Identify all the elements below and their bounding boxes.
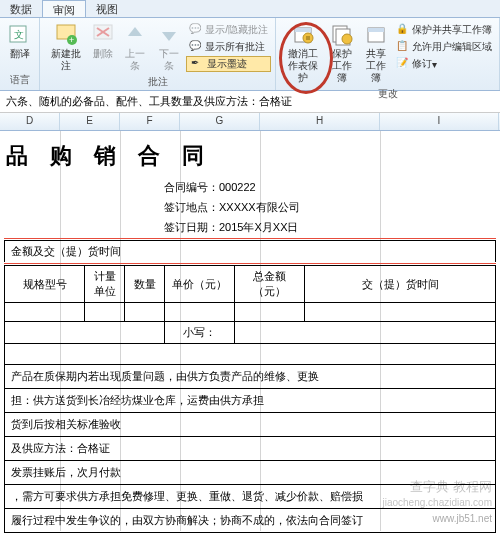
th-total: 总金额（元） — [235, 266, 305, 303]
comment-new-icon: + — [54, 22, 78, 46]
meta-place-value: XXXXX有限公司 — [219, 201, 300, 213]
prev-label: 上一条 — [121, 48, 149, 72]
col-e[interactable]: E — [60, 113, 120, 130]
red-separator-2 — [4, 263, 496, 264]
group-changes: 更改 — [280, 86, 495, 102]
th-price: 单价（元） — [165, 266, 235, 303]
col-h[interactable]: H — [260, 113, 380, 130]
translate-label: 翻译 — [10, 48, 30, 60]
group-language: 语言 — [4, 72, 35, 88]
tab-review[interactable]: 审阅 — [42, 0, 86, 17]
th-qty: 数量 — [125, 266, 165, 303]
col-g[interactable]: G — [180, 113, 260, 130]
comment-icon: 💬 — [189, 23, 203, 37]
th-unit: 计量单位 — [85, 266, 125, 303]
delete-label: 删除 — [93, 48, 113, 60]
clause-empty — [4, 344, 496, 365]
col-d[interactable]: D — [0, 113, 60, 130]
show-hide-comment-button[interactable]: 💬显示/隐藏批注 — [186, 22, 271, 38]
new-comment-button[interactable]: + 新建批注 — [44, 20, 88, 74]
th-spec: 规格型号 — [5, 266, 85, 303]
allow-edit-label: 允许用户编辑区域 — [412, 40, 492, 54]
show-all-label: 显示所有批注 — [205, 40, 265, 54]
col-f[interactable]: F — [120, 113, 180, 130]
clause-c: 货到后按相关标准验收 — [4, 413, 496, 437]
worksheet[interactable]: 品 购 销 合 同 合同编号：000222 签订地点：XXXXX有限公司 签订日… — [0, 131, 500, 531]
meta-place-label: 签订地点： — [164, 201, 219, 213]
tab-data[interactable]: 数据 — [0, 0, 42, 17]
small-label: 小写： — [165, 322, 235, 344]
svg-point-14 — [342, 34, 352, 44]
protect-workbook-icon — [330, 22, 354, 46]
clause-g: 履行过程中发生争议的，由双方协商解决；协商不成的，依法向合同签订 — [4, 509, 496, 533]
doc-title: 品 购 销 合 同 — [4, 135, 496, 177]
red-separator — [4, 238, 496, 239]
arrow-down-icon — [157, 22, 181, 46]
show-ink-button[interactable]: ✒显示墨迹 — [186, 56, 271, 72]
svg-text:+: + — [69, 35, 74, 45]
show-ink-label: 显示墨迹 — [207, 57, 247, 71]
share-wb-label: 共享工作簿 — [362, 48, 390, 84]
delete-comment-button[interactable]: 删除 — [88, 20, 118, 74]
prev-comment-button[interactable]: 上一条 — [118, 20, 152, 74]
translate-icon: 文 — [8, 22, 32, 46]
protect-wb-label: 保护工作簿 — [328, 48, 356, 84]
track-changes-button[interactable]: 📝修订▾ — [393, 56, 495, 72]
clause-a: 产品在质保期内若出现质量问题，由供方负责产品的维修、更换 — [4, 365, 496, 389]
meta-date-value: 2015年X月XX日 — [219, 221, 298, 233]
svg-rect-11 — [306, 36, 310, 40]
lock-share-icon: 🔒 — [396, 23, 410, 37]
section-1: 金额及交（提）货时间 — [4, 240, 496, 262]
next-label: 下一条 — [155, 48, 183, 72]
comments-icon: 💬 — [189, 40, 203, 54]
clause-f: ，需方可要求供方承担免费修理、更换、重做、退货、减少价款、赔偿损 — [4, 485, 496, 509]
ribbon: 文 翻译 语言 + 新建批注 删除 上一条 下一条 💬显示/隐藏批注 — [0, 18, 500, 91]
meta-contract-value: 000222 — [219, 181, 256, 193]
svg-rect-16 — [368, 28, 384, 32]
unprotect-sheet-icon — [291, 22, 315, 46]
ink-icon: ✒ — [191, 57, 205, 71]
show-all-comments-button[interactable]: 💬显示所有批注 — [186, 39, 271, 55]
allow-edit-icon: 📋 — [396, 40, 410, 54]
tab-view[interactable]: 视图 — [86, 0, 128, 17]
unprotect-label: 撤消工作表保护 — [283, 48, 322, 84]
spec-table: 规格型号 计量单位 数量 单价（元） 总金额（元） 交（提）货时间 小写： — [4, 265, 496, 344]
svg-text:文: 文 — [14, 29, 24, 40]
translate-button[interactable]: 文 翻译 — [4, 20, 35, 62]
show-hide-label: 显示/隐藏批注 — [205, 23, 268, 37]
allow-edit-button[interactable]: 📋允许用户编辑区域 — [393, 39, 495, 55]
column-headers: D E F G H I — [0, 113, 500, 131]
svg-rect-9 — [295, 28, 311, 32]
col-i[interactable]: I — [380, 113, 499, 130]
share-workbook-icon — [364, 22, 388, 46]
arrow-up-icon — [123, 22, 147, 46]
meta-date-label: 签订日期： — [164, 221, 219, 233]
protect-share-button[interactable]: 🔒保护并共享工作簿 — [393, 22, 495, 38]
next-comment-button[interactable]: 下一条 — [152, 20, 186, 74]
unprotect-sheet-button[interactable]: 撤消工作表保护 — [280, 20, 325, 86]
th-delivery: 交（提）货时间 — [305, 266, 496, 303]
protect-share-label: 保护并共享工作簿 — [412, 23, 492, 37]
comment-delete-icon — [91, 22, 115, 46]
new-comment-label: 新建批注 — [47, 48, 85, 72]
group-comments: 批注 — [44, 74, 271, 90]
meta-contract-label: 合同编号： — [164, 181, 219, 193]
clause-d: 及供应方法：合格证 — [4, 437, 496, 461]
share-workbook-button[interactable]: 共享工作簿 — [359, 20, 393, 86]
track-label: 修订 — [412, 57, 432, 71]
protect-workbook-button[interactable]: 保护工作簿 — [325, 20, 359, 86]
clause-e: 发票挂账后，次月付款 — [4, 461, 496, 485]
clause-b: 担：供方送货到长冶经坊煤业仓库，运费由供方承担 — [4, 389, 496, 413]
track-icon: 📝 — [396, 57, 410, 71]
